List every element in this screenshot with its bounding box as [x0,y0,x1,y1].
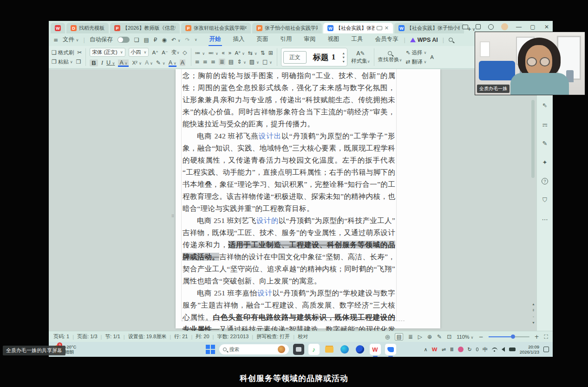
start-button[interactable] [206,345,215,354]
signature-pen-icon[interactable]: ✎ [541,140,549,147]
style-normal[interactable]: 正文 [283,51,307,64]
translate-button[interactable]: ⇄翻译∨ [405,59,426,66]
decrease-indent-icon[interactable]: « [222,50,225,56]
underline-button[interactable]: U ∨ [106,59,115,66]
edge-app-icon[interactable] [339,344,350,355]
status-item[interactable]: 校对 [298,333,308,340]
zoom-in-icon[interactable]: + [535,334,539,340]
clear-format-icon[interactable]: ◇ [183,49,187,56]
char-shading-button[interactable]: A [180,59,185,66]
font-color-button[interactable]: A ∨ [169,59,176,66]
paste-button[interactable]: ❐粘贴∨ [52,59,73,66]
ime-indicator[interactable]: 中 [483,346,488,353]
status-item[interactable]: 页码: 1 [53,333,69,340]
eye-protect-icon[interactable]: ◎ [385,334,390,340]
select-browse-icon[interactable]: ▫ [533,315,534,318]
menu-tab-开始[interactable]: 开始 [209,33,222,46]
align-left-icon[interactable]: ≡ [195,59,200,65]
text-direction-button[interactable]: ⇆ ∨ [248,50,257,56]
hamburger-icon[interactable]: ≡ [53,37,58,43]
document-paragraph[interactable]: 电商 251 班刘艺飞设计的以“丹顶鹤”为原型的“科技产业工人”吉祥物，既体现“… [183,215,395,287]
style-gallery-stepper[interactable]: ▲▼▼ [340,52,347,63]
char-scale-button[interactable]: A° ∨ [235,50,245,56]
browse-object-icon[interactable]: ⇕ [532,308,535,312]
print-preview-icon[interactable]: ◉ [162,37,166,43]
file-explorer-app-icon[interactable] [324,344,335,355]
italic-button[interactable]: I [101,59,103,66]
status-item[interactable]: 节: 1/1 [105,333,120,340]
prev-page-icon[interactable]: ▲ [532,302,535,306]
search-icon[interactable] [449,38,453,42]
taskbar-search[interactable]: 搜索 [219,344,289,354]
document-paragraph[interactable]: 电商 251 班李嘉怡设计以“丹顶鹤”为原型的“学校建设与数字服务”主题吉祥物，… [183,287,395,331]
char-border-button[interactable]: A ∨ [118,59,129,66]
minimize-button[interactable]: — [516,24,522,30]
browser-tab[interactable]: W [51,23,65,33]
focus-mode-icon[interactable]: ⊡ [447,334,451,340]
vertical-scrollbar[interactable] [531,100,535,178]
account-avatar[interactable] [501,23,508,30]
find-replace-button[interactable]: 查找替换∨ [378,51,402,63]
document-page[interactable]: 念；胸前的齿轮与扳手图案，明确指向“工业、技术、创新”的属性；周围的蓝色全息投影… [176,69,440,328]
paragraph-drag-handle-icon[interactable]: ⠿ [171,215,177,222]
file-menu[interactable]: 文件 ∨ [63,36,78,44]
document-paragraph[interactable]: 电商 242 班祁飞燕设计出以“丹顶鹤”为原型的“工学学子”形象，融合“知识、实… [183,130,395,215]
menu-tab-插入[interactable]: 插入 [232,33,246,46]
browser-tab[interactable]: P张子怡小组社会实践学期 [252,23,322,33]
selection-cursor-icon[interactable]: ⇖ [541,102,549,109]
redo-icon[interactable]: ↷ [185,37,190,43]
wifi-icon[interactable] [492,348,497,352]
next-page-icon[interactable]: ▼ [532,321,535,324]
document-canvas[interactable]: 念；胸前的齿轮与扳手图案，明确指向“工业、技术、创新”的属性；周围的蓝色全息投影… [49,69,536,331]
fullscreen-icon[interactable]: ⛶ [544,334,548,340]
align-center-icon[interactable]: ≡ [203,59,208,65]
undo-icon[interactable]: ↶ ∨ [171,37,181,43]
close-button[interactable]: ✕ [543,24,550,30]
zoom-out-icon[interactable]: − [478,334,483,340]
outline-view-icon[interactable]: ≣ [408,334,413,340]
battery-icon[interactable] [509,348,516,351]
font-name-select[interactable]: 宋体 (正文)∨ [90,48,125,57]
font-size-select[interactable]: 小四∨ [129,48,149,57]
microphone-tray-icon[interactable] [476,348,478,351]
clock[interactable]: 20:09 2026/1/23 [520,344,539,354]
highlight-pen-button[interactable]: ✎ ∨ [156,59,165,66]
decrease-font-icon[interactable]: A⁻ [162,49,168,56]
align-right-icon[interactable]: ≡ [211,59,216,65]
status-item[interactable]: 拼写检查: 打开 [256,333,290,340]
document-paragraph[interactable]: 念；胸前的齿轮与扳手图案，明确指向“工业、技术、创新”的属性；周围的蓝色全息投影… [183,70,395,130]
menu-tab-工具[interactable]: 工具 [351,33,364,46]
status-item[interactable]: 列: 20 [196,333,209,340]
menu-tab-审阅[interactable]: 审阅 [303,33,317,46]
bold-button[interactable]: B [90,59,98,66]
quickbar-caret-icon[interactable]: ∨ [195,38,197,42]
notification-center-icon[interactable] [543,347,549,352]
hidden-icons-chevron[interactable]: ∧ [424,347,428,353]
edit-pen-icon[interactable]: ✎ [437,334,442,340]
wps-tray-icon[interactable]: W [432,347,438,353]
volume-icon[interactable] [502,347,505,352]
share-window-icon[interactable] [462,25,468,29]
more-dots-icon[interactable]: ⋯ [541,216,549,223]
skin-icon[interactable]: ⛉ [541,197,549,204]
quark-browser-app-icon[interactable] [354,344,366,355]
justify-icon[interactable]: ≣ [219,59,225,65]
task-view-app-icon[interactable] [293,344,304,355]
menu-tab-视图[interactable]: 视图 [327,33,340,46]
document-text-area[interactable]: 念；胸前的齿轮与扳手图案，明确指向“工业、技术、创新”的属性；周围的蓝色全息投影… [181,69,397,321]
browser-tab[interactable]: P张孜轩组社会实践学期中 [181,23,251,33]
zoom-slider-knob[interactable] [511,335,515,339]
phonetic-guide-icon[interactable]: 变∨ [171,49,179,56]
text-effect-button[interactable]: A ∨ [145,59,153,66]
numbered-list-button[interactable]: ≕ ∨ [208,50,218,56]
menu-tab-页面[interactable]: 页面 [256,33,269,46]
style-set-button[interactable]: A✎ 样式集∨ [351,50,370,65]
superscript-button[interactable]: X² ∨ [132,60,142,66]
qq-music-app-icon[interactable] [308,344,320,355]
wps-ai-button[interactable]: WPS AI [410,37,438,43]
mixer-tray-icon[interactable]: ⇌ [442,347,446,353]
cut-icon[interactable]: ✂ [77,49,82,56]
save-icon[interactable]: ▤ [144,37,149,43]
sync-tray-icon[interactable]: ↻ [468,347,472,353]
line-spacing-button[interactable]: ⇕ ∨ [237,59,246,65]
